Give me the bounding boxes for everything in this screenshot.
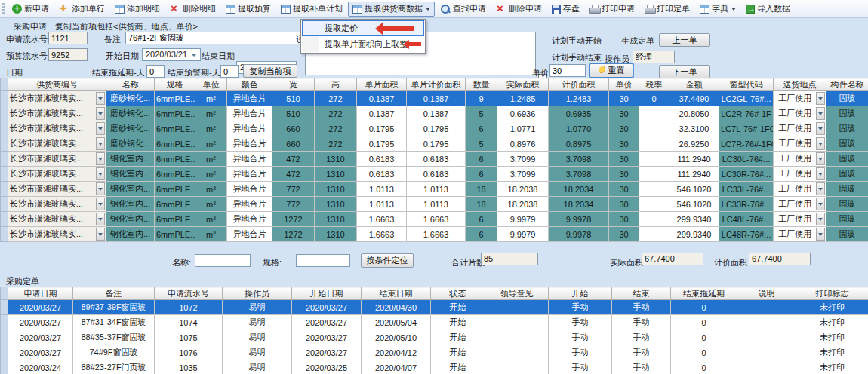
delay-field[interactable]	[146, 65, 165, 78]
column-header[interactable]: 结束日期	[362, 287, 431, 300]
remark-field[interactable]	[125, 32, 300, 44]
row-selector[interactable]	[1, 197, 8, 212]
row-selector[interactable]	[1, 106, 8, 121]
chevron-down-icon[interactable]	[816, 137, 825, 150]
table-cell[interactable]: 工厂使用	[774, 152, 826, 167]
column-header[interactable]: 结束拖延期	[671, 287, 737, 300]
chevron-down-icon[interactable]	[96, 122, 105, 135]
column-header[interactable]: 税率	[639, 78, 669, 91]
toolbar-button[interactable]: 存盘	[547, 2, 584, 17]
table-cell[interactable]: 长沙市潇湘玻璃实...	[8, 227, 106, 242]
menu-item[interactable]: 提取定价	[302, 20, 424, 36]
menu-item[interactable]: 提取单片面积向上取整	[302, 36, 424, 52]
toolbar-button[interactable]: 打印定单	[640, 2, 694, 17]
chevron-down-icon[interactable]	[816, 167, 825, 180]
chevron-down-icon[interactable]	[96, 213, 105, 225]
table-cell[interactable]: 工厂使用	[774, 106, 826, 121]
table-row[interactable]: 长沙市潇湘玻璃实...钢化室内...6mmPLE...m²异地合片7721310…	[1, 197, 868, 212]
toolbar-button[interactable]: 提取供货商数据	[348, 2, 435, 17]
table-cell[interactable]: 长沙市潇湘玻璃实...	[8, 121, 106, 136]
column-header[interactable]: 单片面积	[357, 78, 407, 91]
row-selector[interactable]	[1, 360, 8, 374]
row-selector[interactable]	[1, 330, 8, 345]
table-row[interactable]: 2020/03/2788#35-37F窗固玻1075易明2020/03/2720…	[1, 330, 868, 345]
table-row[interactable]: 长沙市潇湘玻璃实...钢化室内...6mmPLE...m²异地合片4721310…	[1, 152, 868, 167]
table-cell[interactable]: 工厂使用	[774, 212, 826, 227]
start-date-picker[interactable]: 2020/03/21	[142, 48, 201, 61]
column-header[interactable]: 操作员	[223, 287, 292, 300]
toolbar-button[interactable]: 添加明细	[110, 2, 165, 17]
row-selector[interactable]	[1, 300, 8, 315]
table-row[interactable]: 2020/03/2488#23-27F门页玻1035易明2020/03/2520…	[1, 360, 868, 374]
table-row[interactable]: 2020/03/2774#9F窗固玻1076易明2020/03/272020/0…	[1, 345, 868, 360]
column-header[interactable]: 窗型代码	[719, 78, 774, 91]
column-header[interactable]: 单片计价面积	[407, 78, 466, 91]
locate-by-condition-button[interactable]: 按条件定位	[361, 253, 414, 268]
column-header[interactable]: 实际面积	[497, 78, 549, 91]
operator-field[interactable]	[633, 51, 675, 63]
table-cell[interactable]: 长沙市潇湘玻璃实...	[8, 136, 106, 152]
chevron-down-icon[interactable]	[96, 137, 105, 150]
column-header[interactable]: 送货地点	[774, 78, 826, 91]
toolbar-button[interactable]: 删除明细	[165, 2, 220, 17]
table-row[interactable]: 长沙市潇湘玻璃实...磨砂钢化...6mmPLE...m²异地合片6602720…	[1, 136, 868, 152]
table-row[interactable]: 长沙市潇湘玻璃实...钢化室内...6mmPLE...m²异地合片4721310…	[1, 167, 868, 182]
chevron-down-icon[interactable]	[96, 92, 105, 105]
table-cell[interactable]: 长沙市潇湘玻璃实...	[8, 152, 106, 167]
column-header[interactable]: 备注	[73, 287, 155, 300]
row-selector[interactable]	[1, 212, 8, 227]
copy-current-button[interactable]: 复制当前项	[243, 64, 297, 78]
column-header[interactable]: 构件名称	[826, 78, 868, 91]
row-selector[interactable]	[1, 91, 8, 106]
row-selector[interactable]	[1, 315, 8, 330]
toolbar-button[interactable]: 提取预算	[221, 2, 275, 17]
chevron-down-icon[interactable]	[816, 152, 825, 165]
row-selector[interactable]	[1, 167, 8, 182]
column-header[interactable]: 计价面积	[549, 78, 609, 91]
chevron-down-icon[interactable]	[816, 228, 825, 241]
table-row[interactable]: 长沙市潇湘玻璃实...磨砂钢化...6mmPLE...m²异地合片5102720…	[1, 91, 868, 106]
column-header[interactable]: 单价	[609, 78, 639, 91]
prev-order-button[interactable]: 上一单	[659, 33, 710, 47]
column-header[interactable]: 结束	[612, 287, 671, 300]
column-header[interactable]: 开始	[549, 287, 612, 300]
next-order-button[interactable]: 下一单	[659, 65, 710, 78]
column-header[interactable]: 开始日期	[292, 287, 362, 300]
budget-no-field[interactable]	[48, 48, 88, 61]
row-selector[interactable]	[1, 136, 8, 152]
chevron-down-icon[interactable]	[96, 167, 105, 180]
row-selector[interactable]	[1, 345, 8, 360]
column-header[interactable]: 宽	[272, 78, 315, 91]
column-header[interactable]: 数量	[466, 78, 497, 91]
chevron-down-icon[interactable]	[96, 182, 105, 195]
chevron-down-icon[interactable]	[96, 198, 105, 210]
table-cell[interactable]: 工厂使用	[774, 167, 826, 182]
toolbar-button[interactable]: 新申请	[8, 2, 54, 17]
row-selector[interactable]	[1, 152, 8, 167]
table-cell[interactable]: 长沙市潇湘玻璃实...	[8, 106, 106, 121]
chevron-down-icon[interactable]	[816, 213, 825, 225]
column-header[interactable]: 名称	[106, 78, 155, 91]
chevron-down-icon[interactable]	[96, 228, 105, 241]
toolbar-button[interactable]: 导入数据	[741, 2, 795, 17]
reset-button[interactable]: 重置	[589, 63, 633, 78]
toolbar-button[interactable]: 添加单行	[54, 2, 109, 17]
toolbar-button[interactable]: 提取补单计划	[276, 2, 347, 17]
column-header[interactable]: 规格	[155, 78, 195, 91]
row-selector[interactable]	[1, 121, 8, 136]
toolbar-button[interactable]: 打印申请	[585, 2, 639, 17]
chevron-down-icon[interactable]	[96, 152, 105, 165]
filter-spec-input[interactable]	[296, 254, 350, 267]
table-cell[interactable]: 工厂使用	[774, 121, 826, 136]
chevron-down-icon[interactable]	[816, 122, 825, 135]
table-row[interactable]: 2020/03/2787#31-34F窗固玻1074易明2020/03/2720…	[1, 315, 868, 330]
column-header[interactable]: 领导意见	[485, 287, 549, 300]
table-row[interactable]: 长沙市潇湘玻璃实...磨砂钢化...6mmPLE...m²异地合片6602720…	[1, 121, 868, 136]
column-header[interactable]: 申请日期	[8, 287, 73, 300]
table-row[interactable]: 长沙市潇湘玻璃实...钢化室内...6mmPLE...m²异地合片1272131…	[1, 212, 868, 227]
table-row[interactable]: 2020/03/2789#37-39F窗固玻1072易明2020/03/2720…	[1, 300, 868, 315]
column-header[interactable]: 金额	[669, 78, 719, 91]
table-row[interactable]: 长沙市潇湘玻璃实...磨砂钢化...6mmPLE...m²异地合片5102720…	[1, 106, 868, 121]
table-cell[interactable]: 长沙市潇湘玻璃实...	[8, 197, 106, 212]
table-cell[interactable]: 长沙市潇湘玻璃实...	[8, 91, 106, 106]
